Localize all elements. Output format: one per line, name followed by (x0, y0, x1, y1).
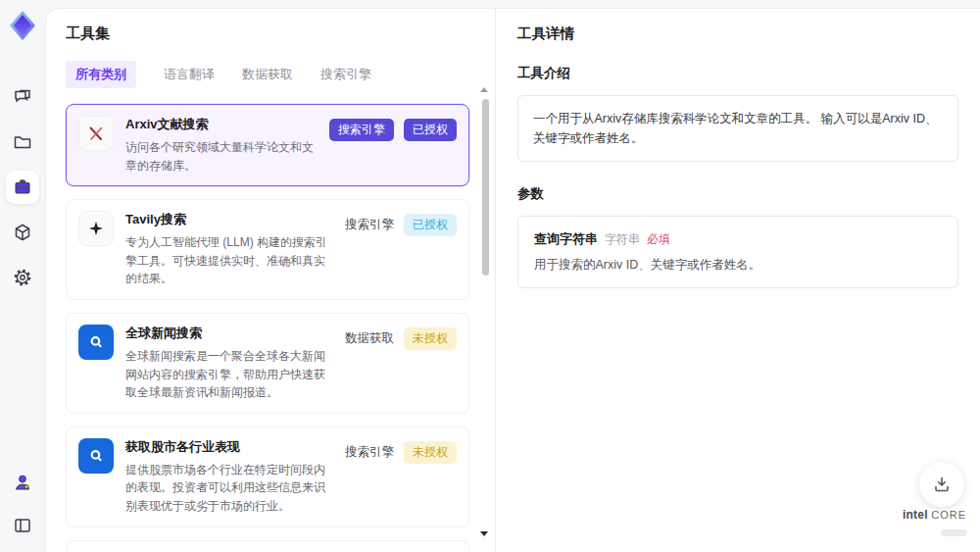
search-app-icon (78, 325, 114, 360)
tool-status-badge: 已授权 (404, 119, 457, 141)
user-avatar-icon[interactable] (6, 466, 39, 499)
tool-desc: 提供股票市场各个行业在特定时间段内的表现。投资者可以利用这些信息来识别表现优于或… (125, 461, 335, 516)
arxiv-logo-icon (78, 116, 114, 151)
scrollbar-down-arrow[interactable] (480, 531, 488, 536)
scrollbar-up-arrow[interactable] (480, 87, 488, 92)
chat-icon[interactable] (6, 80, 39, 114)
sidebar (0, 0, 45, 552)
tool-category: 搜索引擎 (345, 217, 394, 233)
brand-core: CORE (931, 509, 966, 521)
brand-intel: intel (903, 508, 928, 522)
params-heading: 参数 (517, 185, 958, 203)
tool-card-global-news[interactable]: 全球新闻搜索 全球新闻搜索是一个聚合全球各大新闻网站内容的搜索引擎，帮助用户快速… (66, 313, 469, 414)
tool-category-badge: 搜索引擎 (329, 119, 394, 141)
tool-name: Arxiv文献搜索 (125, 116, 319, 133)
param-desc: 用于搜索的Arxiv ID、关键字或作者姓名。 (534, 257, 942, 274)
tool-desc: 访问各个研究领域大量科学论文和文章的存储库。 (125, 138, 319, 175)
category-tabs: 所有类别 语言翻译 数据获取 搜索引擎 (66, 61, 469, 88)
cube-icon[interactable] (6, 216, 39, 249)
search-app-icon (78, 438, 114, 474)
app-logo-icon (8, 10, 37, 41)
tool-details-panel: 工具详情 工具介绍 一个用于从Arxiv存储库搜索科学论文和文章的工具。 输入可… (496, 9, 980, 552)
tool-name: 获取股市各行业表现 (125, 438, 335, 456)
tool-status-badge: 已授权 (404, 214, 457, 236)
tool-category: 数据获取 (345, 330, 394, 347)
param-name: 查询字符串 (534, 230, 598, 248)
download-button[interactable] (919, 462, 964, 507)
tab-data-acquisition[interactable]: 数据获取 (242, 66, 293, 83)
tool-category: 搜索引擎 (345, 444, 394, 461)
collapse-panel-icon[interactable] (6, 509, 39, 542)
intro-heading: 工具介绍 (517, 65, 958, 82)
tool-card-arxiv[interactable]: Arxiv文献搜索 访问各个研究领域大量科学论文和文章的存储库。 搜索引擎 已授… (66, 104, 469, 186)
tool-card-sector-performance[interactable]: 获取股市各行业表现 提供股票市场各个行业在特定时间段内的表现。投资者可以利用这些… (66, 427, 469, 527)
intel-core-brand: intel CORE (903, 505, 966, 540)
tab-language-translation[interactable]: 语言翻译 (164, 66, 215, 83)
download-icon (932, 475, 952, 494)
tool-desc: 专为人工智能代理 (LLM) 构建的搜索引擎工具。可快速提供实时、准确和真实的结… (125, 233, 335, 288)
tool-card-active-stocks[interactable]: 获取市场最活跃股票信息 提供当天交易量最高的股票列表。投资者可以利用这些信息来识… (66, 540, 469, 552)
settings-gear-icon[interactable] (6, 261, 39, 294)
tab-all-categories[interactable]: 所有类别 (66, 61, 136, 88)
details-title: 工具详情 (517, 25, 958, 43)
folder-icon[interactable] (6, 125, 39, 159)
sidebar-nav (6, 80, 39, 294)
tool-card-tavily[interactable]: Tavily搜索 专为人工智能代理 (LLM) 构建的搜索引擎工具。可快速提供实… (66, 199, 469, 300)
param-type: 字符串 (605, 231, 640, 248)
sparkle-star-icon (78, 211, 114, 246)
tool-status-badge: 未授权 (404, 327, 457, 350)
tools-icon[interactable] (6, 171, 39, 204)
tab-search-engine[interactable]: 搜索引擎 (320, 66, 371, 83)
tool-name: Tavily搜索 (125, 211, 335, 228)
tool-desc: 全球新闻搜索是一个聚合全球各大新闻网站内容的搜索引擎，帮助用户快速获取全球最新资… (125, 347, 335, 402)
param-required-flag: 必填 (647, 231, 670, 248)
tool-list-panel: 工具集 所有类别 语言翻译 数据获取 搜索引擎 Arxiv文献搜索 访问各个研究… (46, 9, 496, 552)
scrollbar-thumb[interactable] (482, 99, 489, 276)
main-panel: 工具集 所有类别 语言翻译 数据获取 搜索引擎 Arxiv文献搜索 访问各个研究… (45, 8, 980, 552)
tool-status-badge: 未授权 (404, 441, 457, 464)
brand-subtext-bar (941, 529, 966, 536)
tool-intro-text: 一个用于从Arxiv存储库搜索科学论文和文章的工具。 输入可以是Arxiv ID… (517, 95, 958, 162)
page-title: 工具集 (66, 25, 469, 43)
parameter-card: 查询字符串 字符串 必填 用于搜索的Arxiv ID、关键字或作者姓名。 (517, 216, 958, 288)
tool-name: 全球新闻搜索 (125, 325, 335, 342)
